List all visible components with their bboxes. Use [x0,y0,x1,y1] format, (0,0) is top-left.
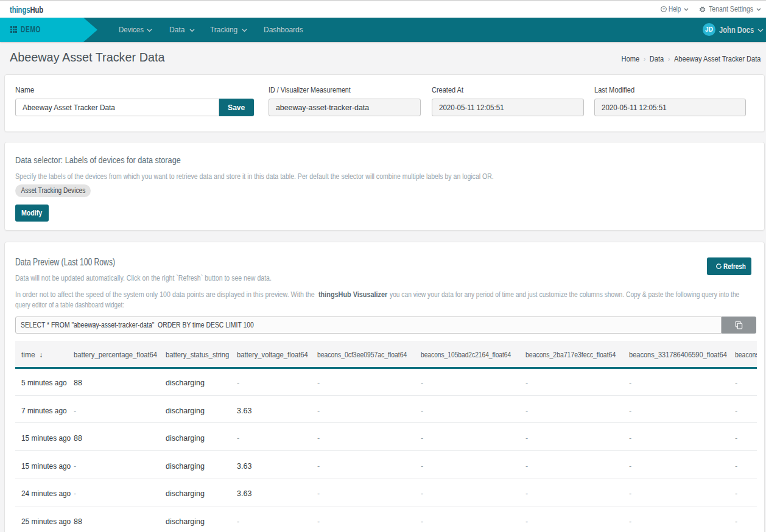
svg-text:?: ? [662,7,665,11]
